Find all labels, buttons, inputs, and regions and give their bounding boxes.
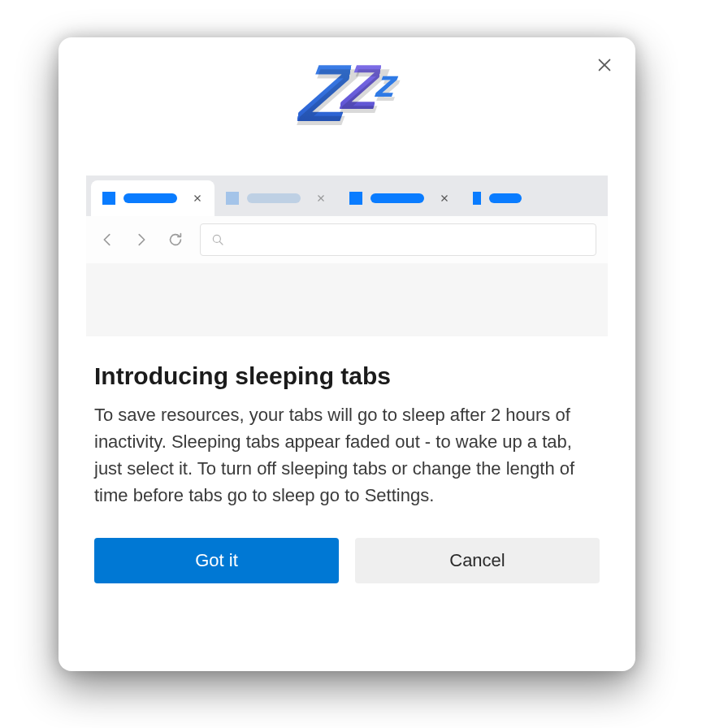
tab-close-icon: [190, 191, 205, 206]
tab-strip: [86, 176, 608, 216]
tab-active: [91, 180, 214, 216]
tab-title-placeholder: [370, 193, 424, 203]
browser-toolbar: [86, 216, 608, 263]
forward-arrow-icon: [132, 230, 151, 249]
cancel-button[interactable]: Cancel: [355, 538, 600, 583]
address-bar: [200, 223, 596, 256]
tab-awake: [338, 180, 462, 216]
favicon-icon: [226, 192, 239, 205]
browser-content-area: [86, 263, 608, 336]
dialog-description: To save resources, your tabs will go to …: [94, 401, 600, 509]
dialog-title: Introducing sleeping tabs: [94, 362, 600, 390]
zzz-illustration: Z Z z: [58, 37, 635, 176]
back-arrow-icon: [98, 230, 117, 249]
tab-title-placeholder: [489, 193, 522, 203]
browser-mockup: [86, 176, 608, 336]
tab-title-placeholder: [124, 193, 177, 203]
sleeping-tabs-dialog: Z Z z: [58, 37, 635, 671]
favicon-icon: [473, 192, 481, 205]
tab-partial: [462, 180, 522, 216]
got-it-button[interactable]: Got it: [94, 538, 339, 583]
tab-sleeping: [214, 180, 338, 216]
search-icon: [210, 232, 225, 247]
refresh-icon: [166, 230, 185, 249]
tab-close-icon: [314, 191, 328, 206]
tab-title-placeholder: [247, 193, 301, 203]
favicon-icon: [102, 192, 115, 205]
tab-close-icon: [437, 191, 452, 206]
favicon-icon: [349, 192, 362, 205]
